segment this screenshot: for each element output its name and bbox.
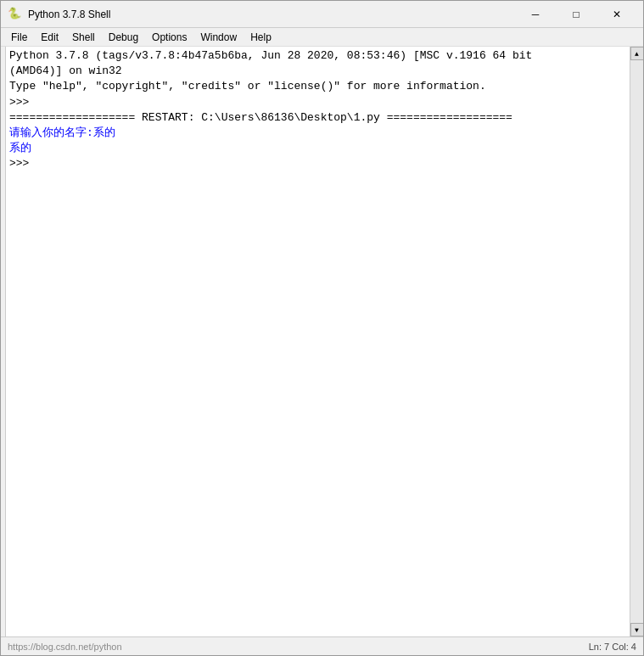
output-line-1: Python 3.7.8 (tags/v3.7.8:4b47a5b6ba, Ju… <box>9 48 626 64</box>
right-scrollbar[interactable]: ▲ ▼ <box>630 47 643 636</box>
menu-options[interactable]: Options <box>145 30 193 45</box>
output-line-4: >>> <box>9 95 626 110</box>
menu-debug[interactable]: Debug <box>102 30 145 45</box>
menu-edit[interactable]: Edit <box>34 30 65 45</box>
scroll-up-button[interactable]: ▲ <box>630 47 644 60</box>
output-line-5: 系的 <box>9 141 626 156</box>
scrollbar-track[interactable] <box>630 60 644 623</box>
shell-content[interactable]: Python 3.7.8 (tags/v3.7.8:4b47a5b6ba, Ju… <box>1 47 643 636</box>
scroll-down-button[interactable]: ▼ <box>630 623 644 636</box>
menu-file[interactable]: File <box>4 30 34 45</box>
text-area[interactable]: Python 3.7.8 (tags/v3.7.8:4b47a5b6ba, Ju… <box>6 47 630 636</box>
menu-shell[interactable]: Shell <box>65 30 102 45</box>
output-line-3: Type "help", "copyright", "credits" or "… <box>9 79 626 94</box>
titlebar: 🐍 Python 3.7.8 Shell ─ □ ✕ <box>1 1 643 28</box>
window-title: Python 3.7.8 Shell <box>28 8 516 20</box>
prompt-line-1: 请输入你的名字:系的 <box>9 126 626 141</box>
maximize-button[interactable]: □ <box>557 3 596 26</box>
watermark-text: https://blog.csdn.net/python <box>8 642 122 652</box>
minimize-button[interactable]: ─ <box>516 3 555 26</box>
restart-line: =================== RESTART: C:\Users\86… <box>9 110 626 126</box>
output-line-2: (AMD64)] on win32 <box>9 64 626 79</box>
prompt-line-2: >>> <box>9 156 626 171</box>
menu-window[interactable]: Window <box>193 30 244 45</box>
menubar: File Edit Shell Debug Options Window Hel… <box>1 28 643 47</box>
close-button[interactable]: ✕ <box>597 3 636 26</box>
window-controls: ─ □ ✕ <box>516 3 636 26</box>
menu-help[interactable]: Help <box>244 30 278 45</box>
statusbar: https://blog.csdn.net/python Ln: 7 Col: … <box>1 636 643 655</box>
main-window: 🐍 Python 3.7.8 Shell ─ □ ✕ File Edit She… <box>0 0 644 656</box>
app-icon: 🐍 <box>8 7 23 22</box>
cursor-position: Ln: 7 Col: 4 <box>589 642 636 652</box>
